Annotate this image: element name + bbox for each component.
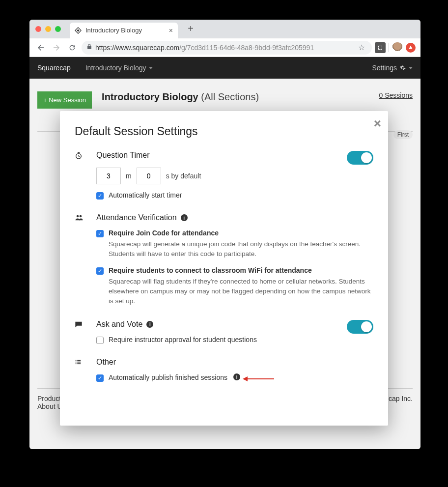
section-title: Attendance Verification [96,213,177,222]
info-icon[interactable]: i [146,321,153,328]
extension-badge[interactable] [406,43,416,53]
wifi-checkbox[interactable]: ✓ [96,267,104,275]
new-session-button[interactable]: + New Session [37,91,92,109]
brand-label: Squarecap [37,64,71,72]
timer-icon [75,151,84,161]
settings-label: Settings [372,64,397,72]
tab-strip: Introductory Biology × + [29,20,420,38]
section-title: Question Timer [96,151,149,160]
sessions-count-link[interactable]: 0 Sessions [379,91,413,99]
svg-rect-9 [77,362,81,363]
profile-avatar[interactable] [392,42,403,53]
modal-title: Default Session Settings [75,125,373,138]
auto-start-label: Automatically start timer [109,191,182,199]
course-name: Introductory Biology [85,64,146,72]
footer-link[interactable]: About U [37,402,62,410]
page-body: + New Session Introductory Biology (All … [29,79,420,449]
wifi-desc: Squarecap will flag students if they're … [109,277,373,307]
reload-button[interactable] [66,41,79,54]
back-button[interactable] [34,41,47,54]
separator [389,43,389,52]
list-icon [75,358,84,367]
people-icon [75,213,84,223]
course-dropdown[interactable]: Introductory Biology [85,64,153,72]
chat-icon [75,320,84,329]
footer-link[interactable]: Product [37,395,62,402]
autopublish-label: Automatically publish finished sessions [109,373,227,381]
join-code-checkbox[interactable]: ✓ [96,230,104,237]
join-code-desc: Squarecap will generate a unique join co… [109,239,373,259]
svg-rect-8 [76,362,77,363]
section-title: Ask and Vote [96,320,142,329]
instructor-approval-checkbox[interactable] [96,337,104,344]
auto-start-checkbox[interactable]: ✓ [96,192,104,200]
svg-rect-11 [77,364,81,365]
svg-marker-1 [77,29,79,31]
section-attendance: Attendance Verification i ✓ Require Join… [75,213,373,306]
seconds-label: s by default [166,172,201,180]
tab-close-icon[interactable]: × [169,27,173,34]
instructor-approval-label: Require instructor approval for student … [109,336,257,344]
close-icon[interactable]: × [374,116,381,131]
tab-title: Introductory Biology [85,27,165,34]
app-header: Squarecap Introductory Biology Settings [29,57,420,79]
settings-modal: × Default Session Settings Question Time… [60,111,388,426]
svg-point-5 [80,215,82,218]
svg-rect-6 [76,360,77,361]
extension-button[interactable] [375,42,386,53]
minimize-window-button[interactable] [45,26,51,32]
autopublish-checkbox[interactable]: ✓ [96,374,104,382]
svg-rect-7 [77,360,81,361]
lock-icon [86,44,92,51]
annotation-arrow [247,378,274,379]
page-title: Introductory Biology (All Sections) [102,91,259,103]
gear-icon [400,65,406,71]
window-controls [35,26,61,32]
svg-point-4 [77,215,79,218]
section-other: Other ✓ Automatically publish finished s… [75,358,373,382]
forward-button[interactable] [50,41,63,54]
timer-toggle[interactable] [347,151,373,165]
star-icon[interactable]: ☆ [356,42,367,53]
new-tab-button[interactable]: + [184,22,197,36]
address-bar[interactable]: https://www.squarecap.com/g/7cd3d115-64d… [82,41,372,55]
section-title: Other [96,358,116,367]
timer-seconds-input[interactable] [137,168,161,184]
svg-marker-2 [409,46,413,49]
footer-copyright: cap Inc. [389,395,413,410]
browser-tab[interactable]: Introductory Biology × [70,23,178,38]
url-text: https://www.squarecap.com/g/7cd3d115-64d… [95,44,353,52]
askvote-toggle[interactable] [347,320,373,334]
join-code-label: Require Join Code for attendance [109,229,219,237]
minutes-label: m [126,172,132,180]
maximize-window-button[interactable] [55,26,61,32]
svg-rect-10 [76,364,77,365]
toolbar: https://www.squarecap.com/g/7cd3d115-64d… [29,38,420,57]
settings-link[interactable]: Settings [372,64,413,72]
close-window-button[interactable] [35,26,41,32]
chevron-down-icon [409,67,413,69]
section-question-timer: Question Timer m s by default ✓ Automati… [75,151,373,200]
section-ask-vote: Ask and Vote i Require instructor approv… [75,320,373,344]
timer-minutes-input[interactable] [96,168,121,184]
favicon-icon [75,27,82,34]
page-header: + New Session Introductory Biology (All … [37,91,413,109]
wifi-label: Require students to connect to classroom… [109,266,312,274]
chevron-down-icon [149,67,153,69]
sort-chip[interactable]: First [393,130,413,139]
info-icon[interactable]: i [233,373,240,380]
browser-window: Introductory Biology × + https://www.squ… [29,20,420,449]
info-icon[interactable]: i [181,214,188,221]
